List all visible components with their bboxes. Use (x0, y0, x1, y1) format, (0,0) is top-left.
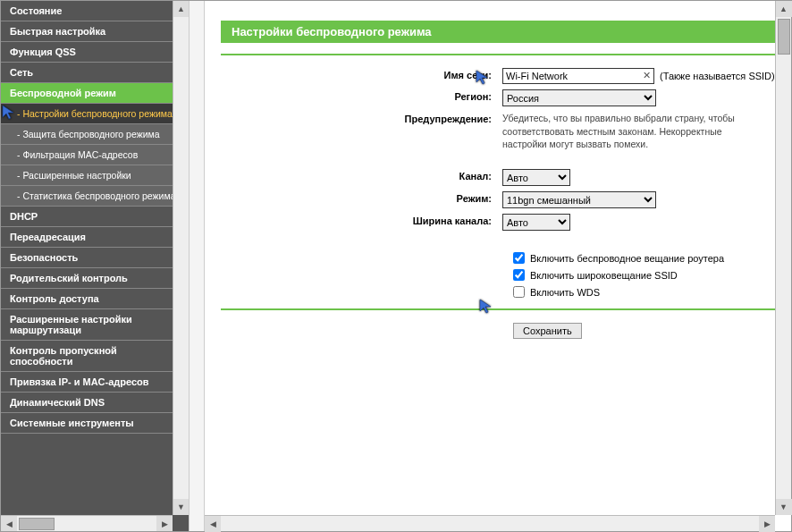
sidebar-item-1[interactable]: Быстрая настройка (1, 21, 189, 42)
sidebar-item-3[interactable]: Сеть (1, 63, 189, 83)
divider-bottom (221, 308, 775, 310)
sidebar-item-19[interactable]: Системные инструменты (1, 413, 189, 434)
enable-wireless-checkbox[interactable] (513, 252, 525, 264)
mode-label: Режим: (221, 191, 502, 204)
sidebar-item-14[interactable]: Контроль доступа (1, 289, 189, 309)
chwidth-select[interactable]: Авто (502, 214, 570, 231)
scroll-down-icon[interactable]: ▼ (173, 499, 190, 515)
divider-top (221, 54, 775, 55)
panel-divider[interactable] (189, 1, 205, 531)
ssid-aftertext: (Также называется SSID) (660, 71, 775, 81)
ssid-input[interactable] (502, 68, 654, 84)
sidebar-item-15[interactable]: Расширенные настройки маршрутизаци (1, 309, 189, 341)
sidebar-item-8[interactable]: - Расширенные настройки (1, 165, 189, 186)
sidebar-item-4[interactable]: Беспроводной режим (1, 83, 189, 104)
scroll-up-icon[interactable]: ▲ (173, 1, 190, 17)
page-title: Настройки беспроводного режима (221, 21, 775, 43)
enable-ssid-broadcast-checkbox[interactable] (513, 269, 525, 281)
sidebar: СостояниеБыстрая настройкаФункция QSSСет… (1, 1, 189, 531)
sidebar-item-5[interactable]: - Настройки беспроводного режима (1, 104, 189, 124)
sidebar-item-11[interactable]: Переадресация (1, 227, 189, 248)
enable-wds-checkbox[interactable] (513, 286, 525, 298)
scrollbar-thumb[interactable] (19, 518, 55, 530)
clear-input-icon[interactable]: ✕ (643, 70, 651, 81)
sidebar-item-7[interactable]: - Фильтрация MAC-адресов (1, 145, 189, 165)
sidebar-item-17[interactable]: Привязка IP- и MAC-адресов (1, 372, 189, 393)
warning-text: Убедитесь, что вы правильно выбрали стра… (502, 112, 753, 151)
region-label: Регион: (221, 89, 502, 102)
sidebar-scrollbar-horizontal[interactable]: ◀ ▶ (1, 515, 173, 531)
scroll-down-icon[interactable]: ▼ (776, 499, 792, 515)
main-panel: Настройки беспроводного режима Имя сети:… (205, 1, 791, 531)
scroll-right-icon[interactable]: ▶ (156, 516, 173, 532)
save-button[interactable]: Сохранить (513, 323, 582, 339)
channel-label: Канал: (221, 169, 502, 182)
ssid-label: Имя сети: (221, 68, 502, 80)
sidebar-item-6[interactable]: - Защита беспроводного режима (1, 124, 189, 145)
sidebar-scrollbar-vertical[interactable]: ▲ ▼ (173, 1, 189, 515)
chwidth-label: Ширина канала: (221, 214, 502, 226)
sidebar-item-0[interactable]: Состояние (1, 1, 189, 21)
sidebar-item-12[interactable]: Безопасность (1, 248, 189, 268)
main-scrollbar-vertical[interactable]: ▲ ▼ (775, 1, 791, 515)
scroll-up-icon[interactable]: ▲ (776, 1, 792, 17)
sidebar-item-13[interactable]: Родительский контроль (1, 268, 189, 289)
enable-wireless-label: Включить беспроводное вещание роутера (530, 253, 724, 264)
enable-wds-label: Включить WDS (530, 287, 600, 298)
cursor-icon (478, 298, 494, 316)
sidebar-item-16[interactable]: Контроль пропускной способности (1, 341, 189, 372)
scroll-right-icon[interactable]: ▶ (759, 516, 775, 532)
mode-select[interactable]: 11bgn смешанный (502, 191, 656, 208)
channel-select[interactable]: Авто (502, 169, 570, 186)
region-select[interactable]: Россия (502, 89, 656, 106)
svg-marker-2 (480, 300, 491, 313)
sidebar-item-9[interactable]: - Статистика беспроводного режима (1, 186, 189, 207)
sidebar-item-2[interactable]: Функция QSS (1, 42, 189, 63)
scroll-left-icon[interactable]: ◀ (205, 516, 221, 532)
scrollbar-thumb[interactable] (778, 19, 790, 55)
sidebar-item-18[interactable]: Динамический DNS (1, 393, 189, 413)
warning-label: Предупреждение: (221, 112, 502, 124)
main-scrollbar-horizontal[interactable]: ◀ ▶ (205, 515, 775, 531)
enable-ssid-broadcast-label: Включить широковещание SSID (530, 270, 678, 281)
scroll-left-icon[interactable]: ◀ (1, 516, 17, 532)
sidebar-item-10[interactable]: DHCP (1, 207, 189, 227)
